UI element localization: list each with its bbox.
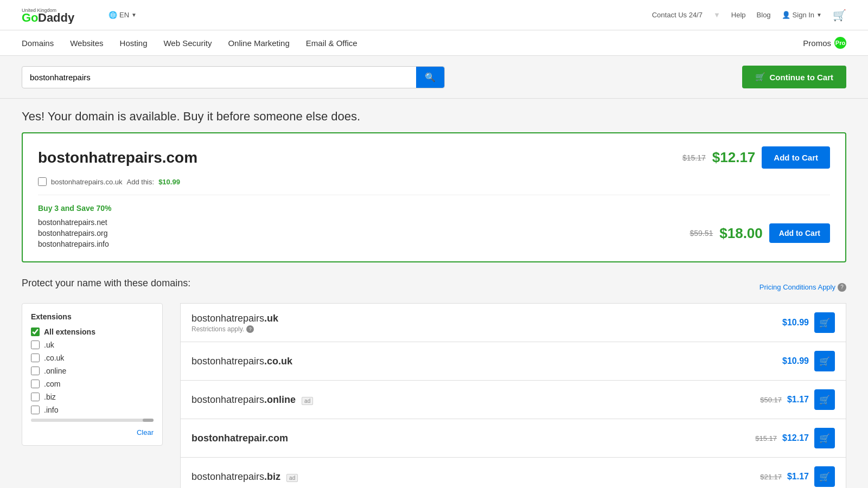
help-icon-uk: ? (246, 325, 254, 333)
ext-all-extensions[interactable]: All extensions (31, 328, 154, 336)
nav-hosting[interactable]: Hosting (120, 38, 148, 48)
domain-result-row: bostonhatrepairs.online ad $50.17 $1.17 … (180, 380, 846, 419)
ext-co-uk-checkbox[interactable] (31, 354, 40, 362)
svg-text:Daddy: Daddy (38, 11, 75, 24)
protect-section: Protect your name with these domains: Pr… (22, 278, 846, 488)
bundle-pricing: $59.51 $18.00 Add to Cart (690, 223, 830, 243)
co-uk-row: bostonhatrepairs.co.uk Add this: $10.99 (38, 177, 830, 186)
search-wrapper: 🔍 (22, 66, 445, 88)
ad-badge-biz: ad (286, 474, 298, 482)
ext-biz-checkbox[interactable] (31, 393, 40, 401)
domain-price-uk: $10.99 (782, 318, 809, 328)
co-uk-price: $10.99 (158, 178, 180, 186)
contact-link[interactable]: Contact Us 24/7 (652, 11, 703, 19)
domain-old-price-biz: $21.17 (760, 473, 782, 481)
domain-result-row: bostonhatrepairs.biz ad $21.17 $1.17 🛒 (180, 457, 846, 488)
add-to-cart-biz[interactable]: 🛒 (814, 466, 835, 487)
extensions-scroll-area[interactable]: All extensions .uk .co.uk .online (31, 328, 154, 414)
extensions-list: All extensions .uk .co.uk .online (31, 328, 154, 414)
logo[interactable]: United Kingdom Go Daddy (22, 4, 98, 25)
nav-web-security[interactable]: Web Security (163, 38, 212, 48)
domain-pricing-couk: $10.99 🛒 (782, 351, 835, 371)
ext-com[interactable]: .com (31, 380, 154, 388)
domain-name-block-biz: bostonhatrepairs.biz ad (192, 471, 298, 483)
domain-name-online: bostonhatrepairs.online ad (192, 394, 313, 406)
nav-online-marketing[interactable]: Online Marketing (228, 38, 289, 48)
domain-name-block-repair-com: bostonhatrepair.com (192, 433, 288, 444)
nav-domains[interactable]: Domains (22, 38, 54, 48)
domain-name-couk: bostonhatrepairs.co.uk (192, 356, 292, 367)
help-link[interactable]: Help (731, 11, 746, 19)
domain-pricing-repair-com: $15.17 $12.17 🛒 (755, 428, 835, 448)
co-uk-checkbox[interactable] (38, 177, 47, 186)
add-to-cart-online[interactable]: 🛒 (814, 389, 835, 410)
domain-old-price-online: $50.17 (760, 396, 782, 404)
help-circle-icon: ? (838, 283, 846, 292)
continue-to-cart-button[interactable]: 🛒 Continue to Cart (742, 66, 847, 88)
featured-domain-name: bostonhatrepairs.com (38, 149, 197, 166)
domain-result-row: bostonhatrepairs.uk Restrictions apply. … (180, 303, 846, 342)
extensions-panel: Extensions All extensions .uk (22, 303, 163, 446)
domain-result-row: bostonhatrepair.com $15.17 $12.17 🛒 (180, 419, 846, 457)
chevron-down-icon: ▼ (816, 12, 822, 18)
globe-icon: 🌐 (108, 11, 117, 19)
bundle-add-to-cart-button[interactable]: Add to Cart (769, 223, 830, 243)
ext-online[interactable]: .online (31, 367, 154, 375)
ext-uk-checkbox[interactable] (31, 341, 40, 349)
ext-info-checkbox[interactable] (31, 406, 40, 414)
ext-co-uk[interactable]: .co.uk (31, 354, 154, 362)
main-nav: Domains Websites Hosting Web Security On… (0, 30, 868, 56)
domain-name-biz: bostonhatrepairs.biz ad (192, 471, 298, 483)
top-bar: United Kingdom Go Daddy 🌐 EN ▼ Contact U… (0, 0, 868, 30)
protect-header: Protect your name with these domains: Pr… (22, 278, 846, 297)
search-section: 🔍 🛒 Continue to Cart (0, 56, 868, 99)
nav-websites[interactable]: Websites (70, 38, 103, 48)
featured-add-to-cart-button[interactable]: Add to Cart (762, 146, 830, 169)
add-to-cart-uk[interactable]: 🛒 (814, 312, 835, 333)
domain-price-online: $1.17 (787, 395, 809, 404)
ext-online-checkbox[interactable] (31, 367, 40, 375)
domain-name-block-uk: bostonhatrepairs.uk Restrictions apply. … (192, 313, 278, 333)
main-content: Yes! Your domain is available. Buy it be… (0, 99, 868, 488)
domain-results: bostonhatrepairs.uk Restrictions apply. … (180, 303, 846, 488)
user-icon: 👤 (782, 11, 790, 19)
ext-biz[interactable]: .biz (31, 393, 154, 401)
available-message: Yes! Your domain is available. Buy it be… (22, 110, 846, 124)
domain-pricing-online: $50.17 $1.17 🛒 (760, 389, 835, 410)
ext-com-checkbox[interactable] (31, 380, 40, 388)
extensions-title: Extensions (31, 312, 154, 321)
cart-button[interactable]: 🛒 (833, 9, 846, 22)
promos-button[interactable]: Promos Pro (803, 37, 846, 49)
pricing-conditions-link[interactable]: Pricing Conditions Apply ? (760, 283, 846, 292)
bundle-domain-3: bostonhatrepairs.info (38, 240, 109, 248)
ext-info[interactable]: .info (31, 406, 154, 414)
domain-result-row: bostonhatrepairs.co.uk $10.99 🛒 (180, 342, 846, 380)
bundle-domain-1: bostonhatrepairs.net (38, 218, 109, 227)
blog-link[interactable]: Blog (757, 11, 771, 19)
language-selector[interactable]: 🌐 EN ▼ (108, 11, 137, 19)
featured-domain-card: bostonhatrepairs.com $15.17 $12.17 Add t… (22, 132, 846, 262)
bundle-domains-row: bostonhatrepairs.net bostonhatrepairs.or… (38, 218, 830, 248)
co-uk-add-text: Add this: (127, 178, 155, 186)
domain-old-price-repair-com: $15.17 (755, 434, 777, 442)
domain-name-uk: bostonhatrepairs.uk (192, 313, 278, 324)
bundle-old-price: $59.51 (690, 229, 713, 237)
featured-pricing: $15.17 $12.17 Add to Cart (682, 146, 830, 169)
domain-price-couk: $10.99 (782, 356, 809, 366)
add-to-cart-couk[interactable]: 🛒 (814, 351, 835, 371)
add-to-cart-repair-com[interactable]: 🛒 (814, 428, 835, 448)
search-input[interactable] (22, 67, 416, 87)
bundle-domain-list: bostonhatrepairs.net bostonhatrepairs.or… (38, 218, 109, 248)
protect-title: Protect your name with these domains: (22, 278, 190, 289)
featured-old-price: $15.17 (682, 153, 706, 162)
co-uk-domain-label: bostonhatrepairs.co.uk (51, 178, 123, 186)
clear-link[interactable]: Clear (31, 428, 154, 436)
nav-email-office[interactable]: Email & Office (306, 38, 358, 48)
search-icon: 🔍 (425, 73, 436, 82)
bundle-new-price: $18.00 (719, 225, 763, 242)
search-button[interactable]: 🔍 (416, 67, 444, 88)
sign-in-btn[interactable]: 👤 Sign In ▼ (782, 11, 822, 19)
ext-uk[interactable]: .uk (31, 341, 154, 349)
ext-all-checkbox[interactable] (31, 328, 40, 336)
ad-badge-online: ad (302, 397, 313, 405)
